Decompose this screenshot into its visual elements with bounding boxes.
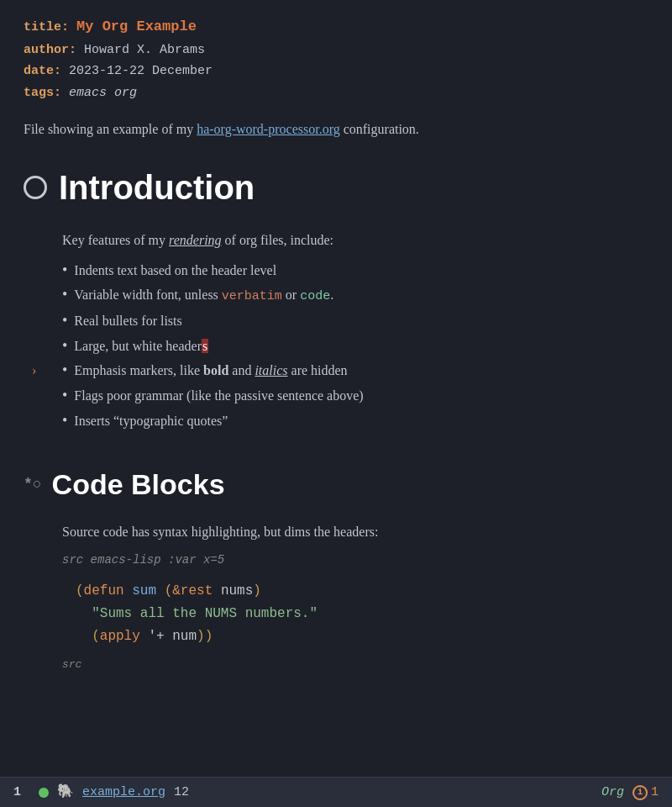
section2-intro: Source code has syntax highlighting, but… [62, 521, 648, 543]
meta-tags-line: tags: emacs org [24, 82, 648, 104]
tags-value: emacs org [69, 86, 137, 100]
kw-sum: sum [132, 583, 156, 599]
code-inline-text: code [300, 289, 330, 303]
status-column: 12 [174, 783, 194, 803]
italic-rendering: rendering [169, 233, 222, 247]
code-block: (defun sum (&rest nums) "Sums all the NU… [62, 575, 648, 654]
status-line-number: 1 [13, 783, 30, 803]
list-item: • Variable width font, unless verbatim o… [62, 284, 648, 307]
heading-code-blocks: *○ Code Blocks [24, 462, 648, 507]
list-item: • Inserts “typographic quotes” [62, 410, 648, 432]
heading-introduction: Introduction [24, 161, 648, 214]
code-line-2: "Sums all the NUMS numbers." [76, 603, 648, 625]
paren-close2: )) [197, 629, 213, 644]
heading-introduction-title: Introduction [59, 161, 255, 214]
list-item-text: Flags poor grammar (like the passive sen… [74, 385, 363, 407]
paren-close1: ) [253, 583, 261, 599]
description-suffix: configuration. [340, 122, 419, 136]
status-info-block: i 1 [633, 783, 659, 803]
list-item: • Indents text based on the header level [62, 260, 648, 282]
author-key: author: [24, 43, 76, 57]
date-value: 2023-12-22 December [69, 64, 213, 78]
meta-title-line: title: My Org Example [24, 15, 648, 40]
status-mode: Org [601, 783, 624, 803]
list-item: • Large, but white headers [62, 335, 648, 357]
kw-plus: '+ num [148, 629, 197, 644]
h2-prefix-icon: *○ [24, 472, 42, 497]
kw-apply: apply [100, 629, 140, 644]
kw-rest: &rest [172, 583, 213, 599]
list-item-text: Real bullets for lists [74, 310, 181, 332]
italic-text: italics [255, 363, 287, 377]
status-dot-icon [39, 788, 49, 798]
main-content: title: My Org Example author: Howard X. … [0, 0, 672, 741]
bullet-icon: • [62, 313, 67, 328]
section1-body: Key features of my rendering of org file… [24, 229, 648, 431]
heading-bullet-icon [24, 176, 47, 199]
status-info-circle-icon: i [633, 785, 648, 800]
status-filename[interactable]: example.org [82, 783, 165, 803]
paren-open: ( [76, 583, 84, 599]
title-value: My Org Example [76, 18, 197, 34]
bullet-icon: • [62, 338, 67, 353]
description-link[interactable]: ha-org-word-processor.org [197, 122, 339, 136]
status-info-num: 1 [651, 783, 659, 803]
list-item: • Flags poor grammar (like the passive s… [62, 385, 648, 407]
status-bar: 1 🐘 example.org 12 Org i 1 [0, 777, 672, 807]
paren-open3: ( [92, 629, 100, 644]
left-arrow-icon: › [32, 360, 36, 382]
author-value: Howard X. Abrams [84, 43, 205, 57]
meta-date-line: date: 2023-12-22 December [24, 61, 648, 82]
status-emacs-icon: 🐘 [57, 782, 74, 804]
code-line-1: (defun sum (&rest nums) [76, 580, 648, 603]
meta-author-line: author: Howard X. Abrams [24, 40, 648, 61]
cursor: s [202, 339, 208, 353]
list-item-text: Indents text based on the header level [74, 260, 276, 282]
title-key: title: [24, 20, 69, 34]
verbatim-text: verbatim [222, 289, 282, 303]
paren-open2: ( [165, 583, 173, 599]
tags-key: tags: [24, 86, 61, 100]
bullet-icon: • [62, 287, 67, 302]
kw-defun: defun [84, 583, 124, 599]
heading-code-blocks-title: Code Blocks [52, 462, 225, 507]
kw-nums: nums [221, 583, 253, 599]
code-src-footer: src [62, 657, 648, 674]
list-item-text: Inserts “typographic quotes” [74, 410, 228, 432]
section2-body: Source code has syntax highlighting, but… [24, 521, 648, 674]
code-src-header: src emacs-lisp :var x=5 [62, 551, 648, 569]
list-item-text: Variable width font, unless verbatim or … [74, 284, 333, 307]
section1-intro: Key features of my rendering of org file… [62, 229, 648, 251]
description-prefix: File showing an example of my [24, 122, 197, 136]
list-item: • Real bullets for lists [62, 310, 648, 332]
feature-list: • Indents text based on the header level… [62, 260, 648, 432]
bold-text: bold [203, 363, 228, 377]
code-line-3: (apply '+ num)) [76, 625, 648, 648]
list-item-text: Large, but white headers [74, 335, 208, 357]
bullet-icon: • [62, 262, 67, 277]
date-key: date: [24, 64, 61, 78]
bullet-icon: • [62, 362, 67, 377]
list-item-text: Emphasis markers, like bold and italics … [74, 360, 347, 382]
list-item-active: › • Emphasis markers, like bold and ital… [62, 360, 648, 382]
description-text: File showing an example of my ha-org-wor… [24, 119, 648, 140]
metadata-block: title: My Org Example author: Howard X. … [24, 15, 648, 103]
bullet-icon: • [62, 388, 67, 403]
bullet-icon: • [62, 413, 67, 428]
kw-string: "Sums all the NUMS numbers." [92, 606, 318, 621]
